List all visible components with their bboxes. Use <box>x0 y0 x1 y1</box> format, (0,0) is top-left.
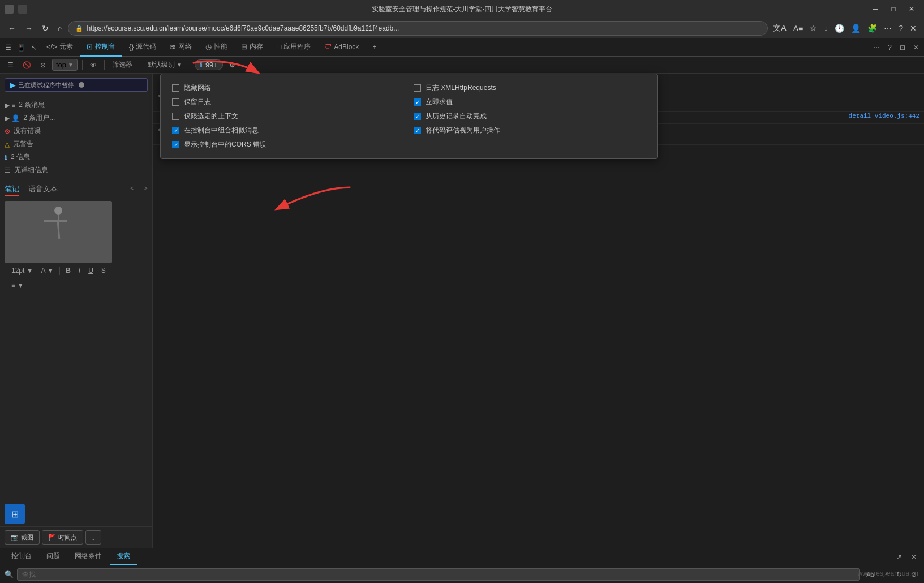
tab-console[interactable]: ⊡ 控制台 <box>80 38 122 57</box>
log-level-button[interactable]: 默认级别 ▼ <box>145 58 185 71</box>
tab-sources[interactable]: {} 源代码 <box>122 38 164 57</box>
verbose-icon: ☰ <box>5 166 11 174</box>
bottom-tab-issues[interactable]: 问题 <box>40 549 67 565</box>
option-log-xhr[interactable]: 日志 XMLHttpRequests <box>409 81 651 95</box>
checkbox-user-gesture[interactable]: ✓ <box>414 127 421 134</box>
sidebar-item-warnings[interactable]: △ 无警告 <box>0 138 152 151</box>
clear-console-button[interactable]: 🚫 <box>20 59 34 71</box>
bottom-tab-search[interactable]: 搜索 <box>110 549 137 565</box>
option-autocomplete-history[interactable]: ✓ 从历史记录自动完成 <box>409 109 651 123</box>
font-size-selector[interactable]: 12pt ▼ <box>9 265 36 276</box>
bottom-tab-add[interactable]: + <box>138 549 156 565</box>
bottom-tab-network-conditions[interactable]: 网络条件 <box>68 549 109 565</box>
tab-adblock[interactable]: 🛡 AdBlock <box>317 38 366 57</box>
option-eager-eval[interactable]: ✓ 立即求值 <box>409 95 651 109</box>
strikethrough-button[interactable]: S <box>99 265 108 276</box>
reader-button[interactable]: A≡ <box>790 21 806 36</box>
log-file-reference[interactable]: detail_video.js:442 <box>849 113 919 119</box>
option-hide-network[interactable]: 隐藏网络 <box>167 81 409 95</box>
option-selected-context[interactable]: 仅限选定的上下文 <box>167 109 409 123</box>
tab-network[interactable]: ≋ 网络 <box>163 38 199 57</box>
collections-button[interactable]: ↓ <box>821 21 831 36</box>
underline-button[interactable]: U <box>86 265 96 276</box>
tab-memory[interactable]: ⊞ 内存 <box>234 38 270 57</box>
open-in-new-button[interactable]: ↗ <box>893 551 905 563</box>
extensions-button[interactable]: 🧩 <box>865 21 880 36</box>
close-panel-button[interactable]: ✕ <box>908 551 919 563</box>
nav-prev-icon[interactable]: < <box>130 184 135 196</box>
context-dropdown[interactable]: top ▼ <box>52 59 78 71</box>
grid-button[interactable]: ⊞ <box>5 504 25 524</box>
checkbox-preserve-log[interactable] <box>172 98 179 106</box>
help-button[interactable]: ? <box>896 21 906 36</box>
filter-button[interactable]: ⊙ <box>37 59 49 71</box>
sidebar-item-user[interactable]: ▶ 👤 2 条用户... <box>0 112 152 125</box>
message-badge[interactable]: ℹ 99+ <box>195 59 223 70</box>
maximize-button[interactable]: □ <box>886 3 901 15</box>
tab-voice-text[interactable]: 语音文本 <box>28 184 58 196</box>
bold-button[interactable]: B <box>63 265 73 276</box>
option-preserve-log[interactable]: 保留日志 <box>167 95 409 109</box>
search-input[interactable] <box>17 568 860 581</box>
sidebar-item-messages[interactable]: ▶ ≡ 2 条消息 <box>0 98 152 112</box>
adblock-icon: 🛡 <box>324 42 332 51</box>
device-toolbar-button[interactable]: 📱 <box>14 42 28 53</box>
settings-button[interactable]: ? <box>885 42 895 53</box>
timestamp-button[interactable]: 🚩 时间点 <box>42 530 83 545</box>
checkbox-log-xhr[interactable] <box>414 84 421 92</box>
info-icon: ℹ <box>5 153 7 161</box>
checkbox-hide-network[interactable] <box>172 84 179 92</box>
translate-button[interactable]: 文A <box>770 21 789 36</box>
tab-performance[interactable]: ◷ 性能 <box>199 38 234 57</box>
checkbox-cors-errors[interactable]: ✓ <box>172 141 179 148</box>
page-wrapper: 实验室安全管理与操作规范-大川学堂-四川大学智慧教育平台 ─ □ ✕ ← → ↻… <box>0 0 924 583</box>
close-button[interactable]: ✕ <box>904 3 919 15</box>
grid-icon: ⊞ <box>11 509 19 520</box>
settings-gear-button[interactable]: ⚙ <box>226 59 238 71</box>
eye-button[interactable]: 👁 <box>87 59 100 71</box>
tab-application[interactable]: □ 应用程序 <box>270 38 317 57</box>
forward-button[interactable]: → <box>22 22 36 35</box>
italic-button[interactable]: I <box>76 265 83 276</box>
more-button[interactable]: ⋯ <box>881 21 895 36</box>
tab-add[interactable]: + <box>366 38 383 57</box>
devtools-tab-bar: ☰ 📱 ↖ </> 元素 ⊡ 控制台 {} 源代码 ≋ 网络 ◷ 性能 <box>0 38 924 57</box>
sidebar-item-errors[interactable]: ⊗ 没有错误 <box>0 125 152 138</box>
sidebar-item-verbose[interactable]: ☰ 无详细信息 <box>0 164 152 177</box>
tab-notes[interactable]: 笔记 <box>5 184 19 196</box>
checkbox-eager-eval[interactable]: ✓ <box>414 98 421 106</box>
option-group-similar[interactable]: ✓ 在控制台中组合相似消息 <box>167 123 409 138</box>
nav-next-icon[interactable]: > <box>143 184 148 196</box>
align-button[interactable]: ≡ ▼ <box>9 280 26 290</box>
home-button[interactable]: ⌂ <box>54 22 66 35</box>
minimize-button[interactable]: ─ <box>867 3 883 15</box>
bottom-tab-console[interactable]: 控制台 <box>5 549 38 565</box>
profile-button[interactable]: 👤 <box>848 21 863 36</box>
checkbox-group-similar[interactable]: ✓ <box>172 127 179 134</box>
tab-elements[interactable]: </> 元素 <box>40 38 80 57</box>
option-user-gesture[interactable]: ✓ 将代码评估视为用户操作 <box>409 123 651 138</box>
sidebar-item-info[interactable]: ℹ 2 信息 <box>0 151 152 164</box>
font-color-button[interactable]: A ▼ <box>39 265 57 276</box>
lock-icon: 🔒 <box>75 25 83 32</box>
person-figure <box>44 207 72 258</box>
refresh-button[interactable]: ↻ <box>38 22 52 35</box>
download-button[interactable]: ↓ <box>85 530 101 545</box>
inspect-button[interactable]: ↖ <box>28 42 40 53</box>
sidebar-toggle-button[interactable]: ☰ <box>2 42 14 53</box>
checkbox-autocomplete-history[interactable]: ✓ <box>414 113 421 120</box>
window-controls: ─ □ ✕ <box>867 3 919 15</box>
favorites-button[interactable]: ☆ <box>807 21 820 36</box>
address-bar[interactable]: 🔒 https://ecourse.scu.edu.cn/learn/cours… <box>68 21 768 36</box>
option-cors-errors[interactable]: ✓ 显示控制台中的CORS 错误 <box>167 138 409 152</box>
devtools-close-button[interactable]: ✕ <box>907 21 919 36</box>
dock-button[interactable]: ⊡ <box>897 42 908 53</box>
filter-text-button[interactable]: 筛选器 <box>109 58 135 71</box>
checkbox-selected-context[interactable] <box>172 113 179 120</box>
more-tabs-button[interactable]: ⋯ <box>870 42 883 53</box>
screenshot-button[interactable]: 📷 截图 <box>5 530 40 545</box>
back-button[interactable]: ← <box>5 22 19 35</box>
history-button[interactable]: 🕐 <box>832 21 847 36</box>
sidebar-toggle-console-button[interactable]: ☰ <box>5 59 16 71</box>
close-devtools-button[interactable]: ✕ <box>910 42 922 53</box>
